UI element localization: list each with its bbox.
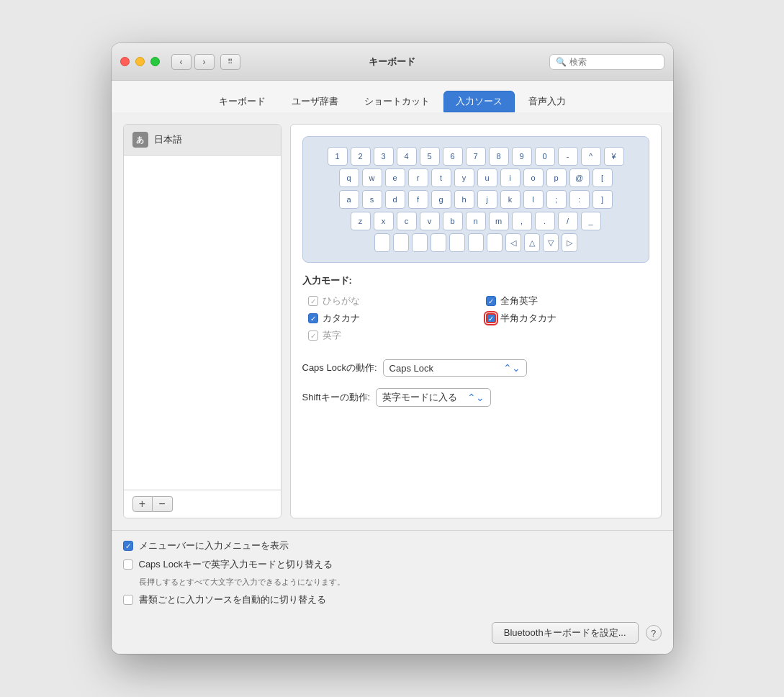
key-up[interactable]: △ — [524, 233, 540, 252]
caps-lock-dropdown[interactable]: Caps Lock ⌃⌄ — [383, 359, 527, 377]
key-j[interactable]: j — [477, 190, 497, 209]
tab-voice-input[interactable]: 音声入力 — [516, 91, 578, 112]
key-q[interactable]: q — [339, 168, 359, 187]
search-input[interactable] — [569, 57, 658, 67]
back-button[interactable]: ‹ — [171, 54, 192, 70]
key-t[interactable]: t — [431, 168, 451, 187]
key-slash[interactable]: / — [558, 212, 578, 230]
preferences-window: ‹ › ⠿ キーボード 🔍 キーボード ユーザ辞書 ショートカット 入力ソース … — [112, 43, 673, 654]
minimize-button[interactable] — [135, 57, 145, 66]
auto-switch-checkbox[interactable] — [123, 595, 133, 605]
tab-input-source[interactable]: 入力ソース — [443, 91, 515, 112]
key-3[interactable]: 3 — [374, 147, 394, 166]
key-f[interactable]: f — [408, 190, 428, 209]
key-u[interactable]: u — [477, 168, 497, 187]
key-ctrl[interactable] — [393, 233, 409, 252]
tab-keyboard[interactable]: キーボード — [207, 91, 278, 112]
caps-lock-dropdown-arrow: ⌃⌄ — [503, 362, 521, 374]
tab-shortcuts[interactable]: ショートカット — [352, 91, 442, 112]
key-period[interactable]: . — [535, 212, 555, 230]
key-p[interactable]: p — [546, 168, 567, 187]
sidebar-item-japanese[interactable]: あ 日本語 — [124, 125, 281, 156]
caps-lock-toggle-label: Caps Lockキーで英字入力モードと切り替える — [139, 558, 333, 571]
key-caret[interactable]: ^ — [581, 147, 601, 166]
key-row-3: a s d f g h j k l ; : ] — [310, 190, 641, 209]
key-option[interactable] — [412, 233, 428, 252]
key-6[interactable]: 6 — [443, 147, 463, 166]
zoom-button[interactable] — [150, 57, 160, 66]
add-source-button[interactable]: + — [132, 496, 153, 512]
key-o[interactable]: o — [523, 168, 544, 187]
shift-key-value: 英字モードに入る — [382, 391, 457, 404]
katakana-checkbox[interactable] — [308, 313, 318, 323]
key-left[interactable]: ◁ — [505, 233, 521, 252]
close-button[interactable] — [120, 57, 130, 66]
key-8[interactable]: 8 — [489, 147, 509, 166]
key-option-right[interactable] — [487, 233, 503, 252]
search-icon: 🔍 — [556, 57, 567, 67]
key-semicolon[interactable]: ; — [546, 190, 567, 209]
key-at[interactable]: @ — [569, 168, 590, 187]
hiragana-checkbox[interactable] — [308, 296, 318, 306]
keyboard-visual: 1 2 3 4 5 6 7 8 9 0 - ^ ¥ q w e — [302, 136, 649, 263]
key-yen[interactable]: ¥ — [604, 147, 624, 166]
key-1[interactable]: 1 — [328, 147, 348, 166]
key-c[interactable]: c — [397, 212, 417, 230]
key-v[interactable]: v — [420, 212, 440, 230]
key-w[interactable]: w — [362, 168, 382, 187]
caps-lock-toggle-checkbox[interactable] — [123, 559, 133, 570]
search-bar[interactable]: 🔍 — [549, 54, 664, 70]
key-g[interactable]: g — [431, 190, 451, 209]
key-7[interactable]: 7 — [466, 147, 486, 166]
key-s[interactable]: s — [362, 190, 382, 209]
key-9[interactable]: 9 — [512, 147, 532, 166]
caps-lock-toggle-row: Caps Lockキーで英字入力モードと切り替える — [123, 558, 662, 571]
key-b[interactable]: b — [443, 212, 463, 230]
key-5[interactable]: 5 — [420, 147, 440, 166]
key-i[interactable]: i — [500, 168, 521, 187]
key-fn[interactable] — [374, 233, 390, 252]
bluetooth-setup-button[interactable]: Bluetoothキーボードを設定... — [492, 622, 639, 644]
key-comma[interactable]: , — [512, 212, 532, 230]
key-x[interactable]: x — [374, 212, 394, 230]
key-4[interactable]: 4 — [397, 147, 417, 166]
key-underscore[interactable]: _ — [581, 212, 601, 230]
zenkaku-checkbox[interactable] — [486, 296, 496, 306]
key-cmd-left[interactable] — [431, 233, 446, 252]
input-mode-section: 入力モード: ひらがな 全角英字 カタカナ — [302, 274, 649, 342]
key-minus[interactable]: - — [558, 147, 578, 166]
key-cmd-right[interactable] — [468, 233, 484, 252]
katakana-label: カタカナ — [323, 312, 360, 325]
key-lbracket[interactable]: [ — [592, 168, 613, 187]
key-colon[interactable]: : — [569, 190, 590, 209]
tab-user-dict[interactable]: ユーザ辞書 — [279, 91, 351, 112]
key-y[interactable]: y — [454, 168, 474, 187]
key-k[interactable]: k — [500, 190, 521, 209]
key-rbracket[interactable]: ] — [592, 190, 613, 209]
key-l[interactable]: l — [523, 190, 544, 209]
key-0[interactable]: 0 — [535, 147, 555, 166]
remove-source-button[interactable]: − — [153, 496, 173, 512]
key-2[interactable]: 2 — [351, 147, 371, 166]
input-mode-grid: ひらがな 全角英字 カタカナ 半角カタカナ — [308, 294, 649, 342]
key-a[interactable]: a — [339, 190, 359, 209]
key-n[interactable]: n — [466, 212, 486, 230]
help-button[interactable]: ? — [646, 625, 662, 641]
key-right[interactable]: ▷ — [562, 233, 577, 252]
menu-bar-checkbox[interactable] — [123, 541, 133, 551]
key-e[interactable]: e — [385, 168, 405, 187]
grid-button[interactable]: ⠿ — [220, 54, 240, 70]
key-d[interactable]: d — [385, 190, 405, 209]
forward-button[interactable]: › — [194, 54, 215, 70]
key-h[interactable]: h — [454, 190, 474, 209]
eiji-checkbox[interactable] — [308, 330, 318, 341]
shift-dropdown-arrow: ⌃⌄ — [467, 392, 485, 403]
key-z[interactable]: z — [351, 212, 371, 230]
key-m[interactable]: m — [489, 212, 509, 230]
menu-bar-label: メニューバーに入力メニューを表示 — [139, 539, 289, 552]
shift-key-dropdown[interactable]: 英字モードに入る ⌃⌄ — [376, 388, 491, 407]
hankaku-katakana-checkbox[interactable] — [486, 313, 496, 323]
key-space[interactable] — [449, 233, 465, 252]
key-r[interactable]: r — [408, 168, 428, 187]
key-down[interactable]: ▽ — [543, 233, 559, 252]
